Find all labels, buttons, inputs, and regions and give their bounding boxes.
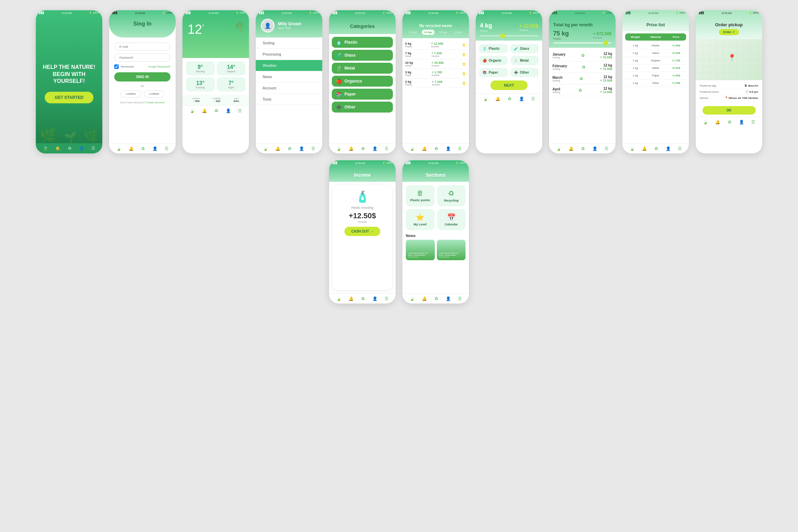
get-started-button[interactable]: GET STARTED (45, 92, 94, 103)
recycle-nav-12[interactable]: ♻ (434, 296, 438, 301)
password-input[interactable] (114, 54, 171, 62)
menu-nav-4[interactable]: ☰ (311, 146, 315, 151)
person-nav-3[interactable]: 👤 (226, 108, 231, 113)
bell-nav-8[interactable]: 🔔 (568, 146, 574, 151)
date-14[interactable]: 14 Apr (422, 30, 434, 35)
cat-plastic[interactable]: 🧴 Plastic (479, 44, 508, 53)
weight-slider[interactable] (480, 35, 538, 36)
trash-icon-2[interactable]: 🗑 (462, 52, 466, 57)
lorem-btn-2[interactable]: LOREM (144, 90, 164, 98)
category-organics[interactable]: 🍎 Organics (332, 76, 393, 87)
bell-nav-icon[interactable]: 🔔 (55, 146, 60, 151)
section-recycling[interactable]: ♻ Recycling (437, 185, 466, 206)
recycle-nav-icon[interactable]: ♻ (68, 146, 72, 151)
leaf-nav-8[interactable]: 🍃 (556, 146, 561, 151)
menu-nav-3[interactable]: ☰ (238, 108, 242, 113)
person-nav-6[interactable]: 👤 (446, 146, 451, 151)
bell-nav-4[interactable]: 🔔 (275, 146, 280, 151)
leaf-nav-icon[interactable]: 🍃 (43, 146, 48, 151)
person-nav-5[interactable]: 👤 (372, 146, 378, 151)
menu-nav-7[interactable]: ☰ (531, 97, 535, 101)
recycle-nav-6[interactable]: ♻ (434, 146, 438, 151)
bell-nav-11[interactable]: 🔔 (349, 296, 354, 301)
section-calendar[interactable]: 📅 Calendar (437, 209, 466, 230)
date-15[interactable]: 15 Apr (437, 30, 449, 35)
forget-password-link[interactable]: Forget Password? (148, 65, 171, 68)
section-my-level[interactable]: ⭐ My Level (406, 209, 434, 230)
menu-nav-10[interactable]: ☰ (751, 120, 755, 124)
cat-organic[interactable]: 🍎 Organic (479, 56, 508, 65)
person-nav-8[interactable]: 👤 (592, 146, 597, 151)
news-card-2[interactable]: Lorem ipsum dolor sit amet, consectetuer… (437, 240, 466, 260)
menu-nav-2[interactable]: ☰ (165, 146, 168, 151)
leaf-nav-12[interactable]: 🍃 (410, 296, 415, 301)
news-card-1[interactable]: Lorem ipsum dolor sit amet, consectetuer… (406, 240, 435, 260)
leaf-nav-11[interactable]: 🍃 (336, 296, 341, 301)
bell-nav-10[interactable]: 🔔 (715, 120, 720, 124)
leaf-nav-2[interactable]: 🍃 (116, 146, 121, 151)
bell-nav-9[interactable]: 🔔 (642, 146, 647, 151)
order-badge[interactable]: Order ✓ (719, 29, 739, 35)
next-button[interactable]: NEXT (490, 80, 528, 90)
trash-icon-4[interactable]: 🗑 (462, 71, 466, 76)
recycle-nav-3[interactable]: ♻ (215, 108, 218, 113)
leaf-nav-3[interactable]: 🍃 (190, 108, 195, 113)
person-nav-11[interactable]: 👤 (372, 296, 378, 301)
leaf-nav-10[interactable]: 🍃 (703, 120, 708, 124)
leaf-nav-7[interactable]: 🍃 (483, 97, 488, 101)
date-16[interactable]: 16 Apr (452, 30, 464, 35)
category-glass[interactable]: 🧪 Glass (332, 50, 393, 61)
person-nav-9[interactable]: 👤 (666, 146, 671, 151)
cat-metal[interactable]: 🍴 Metal (511, 56, 539, 65)
lorem-btn-1[interactable]: LOREM (120, 90, 141, 98)
recycle-nav-11[interactable]: ♻ (361, 296, 365, 301)
remember-checkbox[interactable] (114, 64, 119, 69)
leaf-nav-9[interactable]: 🍃 (630, 146, 635, 151)
trash-icon-3[interactable]: 🗑 (462, 62, 466, 66)
cat-paper[interactable]: 📚 Paper (479, 68, 508, 77)
section-plastic-points[interactable]: 🗑 Plastic points (406, 185, 434, 206)
category-metal[interactable]: 🍴 Metal (332, 63, 393, 74)
person-nav-icon[interactable]: 👤 (79, 146, 84, 151)
person-nav-2[interactable]: 👤 (152, 146, 158, 151)
menu-tools[interactable]: Tools (256, 94, 322, 105)
cashout-button[interactable]: CASH OUT → (344, 227, 380, 236)
recycle-nav-5[interactable]: ♻ (361, 146, 365, 151)
leaf-nav-6[interactable]: 🍃 (410, 146, 415, 151)
category-plastic[interactable]: 🧴 Plastic (332, 37, 393, 48)
ok-button[interactable]: OK (703, 106, 756, 115)
menu-nav-9[interactable]: ☰ (678, 146, 682, 151)
email-input[interactable] (114, 43, 171, 51)
trash-icon-1[interactable]: 🗑 (462, 43, 466, 47)
bell-nav-5[interactable]: 🔔 (349, 146, 354, 151)
recycle-nav-2[interactable]: ♻ (141, 146, 145, 151)
leaf-nav-4[interactable]: 🍃 (263, 146, 268, 151)
recycle-nav-10[interactable]: ♻ (728, 120, 732, 124)
menu-nav-5[interactable]: ☰ (385, 146, 388, 151)
bell-nav-6[interactable]: 🔔 (422, 146, 427, 151)
menu-nav-12[interactable]: ☰ (458, 296, 462, 301)
create-account-link[interactable]: Create Account (146, 101, 165, 104)
menu-account[interactable]: Account (256, 83, 322, 94)
bell-nav-12[interactable]: 🔔 (422, 296, 427, 301)
menu-sorting[interactable]: Sorting (256, 38, 322, 49)
menu-news[interactable]: News (256, 71, 322, 83)
cat-other[interactable]: ➕ Other (511, 68, 539, 77)
category-paper[interactable]: 📚 Paper (332, 89, 393, 100)
menu-nav-8[interactable]: ☰ (605, 146, 608, 151)
person-nav-7[interactable]: 👤 (519, 97, 524, 101)
recycle-nav-4[interactable]: ♻ (288, 146, 292, 151)
total-slider[interactable] (553, 42, 611, 44)
recycle-nav-8[interactable]: ♻ (581, 146, 585, 151)
recycle-nav-7[interactable]: ♻ (508, 97, 512, 101)
person-nav-10[interactable]: 👤 (739, 120, 744, 124)
menu-nav-icon[interactable]: ☰ (91, 146, 95, 151)
leaf-nav-5[interactable]: 🍃 (336, 146, 341, 151)
bell-nav-2[interactable]: 🔔 (129, 146, 134, 151)
signin-button[interactable]: SING IN (114, 72, 171, 82)
recycle-nav-9[interactable]: ♻ (654, 146, 658, 151)
menu-processing[interactable]: Processing (256, 49, 322, 60)
menu-nav-11[interactable]: ☰ (385, 296, 388, 301)
bell-nav-3[interactable]: 🔔 (202, 108, 207, 113)
menu-nav-6[interactable]: ☰ (458, 146, 462, 151)
